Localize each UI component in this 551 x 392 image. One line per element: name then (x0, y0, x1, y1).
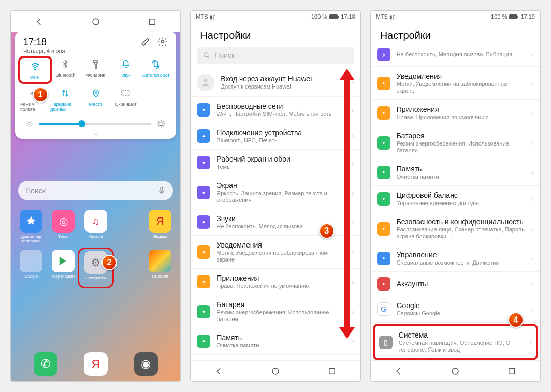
row-5[interactable]: •УведомленияМетки, Уведомления на заблок… (191, 236, 360, 269)
nav-recent[interactable] (507, 367, 516, 376)
app-hidden (112, 210, 144, 243)
nav-home[interactable] (271, 367, 280, 376)
qs-bluetooth-tile[interactable]: Bluetooth (50, 58, 80, 82)
svg-rect-7 (122, 91, 130, 96)
nav-home[interactable] (91, 17, 100, 26)
row-icon: ▯ (379, 336, 393, 349)
nav-back[interactable] (214, 367, 224, 376)
chevron-right-icon: › (531, 305, 534, 313)
svg-rect-10 (161, 187, 163, 191)
app-gallery[interactable]: Галерея (144, 250, 176, 286)
row-icon: • (377, 277, 390, 291)
row-8[interactable]: •ПамятьОчистка памяти› (191, 328, 360, 355)
settings-list[interactable]: Вход через аккаунт Huawei Доступ к серви… (191, 68, 360, 360)
row-0[interactable]: •Беспроводные сетиWi-Fi, Настройки SIM-к… (191, 97, 360, 123)
nav-recent[interactable] (148, 17, 157, 26)
row-icon: • (197, 245, 210, 259)
row-icon: • (377, 77, 390, 90)
svg-rect-14 (338, 16, 339, 18)
chevron-right-icon: › (352, 248, 354, 256)
row-0[interactable]: •УведомленияМетки, Уведомления на заблок… (371, 67, 540, 100)
row-cut-top[interactable]: ♪ Не беспокоить, Мелодия вызова, Вибраци… (371, 47, 540, 67)
row-icon: • (197, 215, 210, 229)
badge-4: 4 (508, 312, 524, 328)
qs-screenshot-tile[interactable]: Скриншот (111, 87, 141, 112)
brightness-low-icon (25, 120, 34, 128)
row-sub: Распознавание лица, Сканер отпечатка, Па… (397, 226, 526, 240)
brightness-slider[interactable] (39, 123, 151, 125)
row-4[interactable]: •Цифровой балансУправление временем дост… (371, 186, 540, 212)
row-sub: Очистка памяти (397, 173, 526, 180)
row-sub: Bluetooth, NFC, Печать (216, 137, 345, 144)
search-icon (203, 52, 210, 59)
qs-time: 17:18 (23, 37, 65, 48)
row-1[interactable]: •ПриложенияПрава, Приложения по умолчани… (371, 100, 540, 126)
nav-recent[interactable] (327, 367, 337, 376)
chevron-right-icon: › (531, 109, 534, 117)
chevron-right-icon: › (531, 168, 534, 177)
app-themes[interactable]: ◎Темы (47, 210, 79, 243)
row-icon: • (197, 186, 210, 199)
svg-rect-18 (329, 368, 335, 374)
settings-search[interactable]: Поиск (197, 47, 354, 64)
panel-handle[interactable]: ⌄ (20, 130, 171, 135)
row-1[interactable]: •Подключение устройстваBluetooth, NFC, П… (191, 123, 360, 150)
chevron-right-icon: › (352, 132, 354, 140)
app-music[interactable]: ♫Музыка (80, 210, 112, 243)
row-title: Уведомления (397, 72, 526, 80)
qs-label: Фонарик (86, 72, 105, 78)
qs-wifi-tile[interactable]: Wi-Fi (18, 56, 52, 84)
nav-back[interactable] (35, 17, 44, 26)
qs-sound-tile[interactable]: Звук (111, 58, 141, 82)
row-sub: Специальные возможности, Движения (397, 259, 526, 266)
brightness-slider-row (20, 112, 171, 130)
row-title: Беспроводные сети (216, 102, 345, 110)
app-phone-manager[interactable]: Диспетчер телефона (15, 210, 47, 243)
mic-icon[interactable] (157, 186, 166, 195)
dock-camera[interactable]: ◉ (134, 352, 158, 376)
nav-home[interactable] (451, 367, 460, 376)
qs-flashlight-tile[interactable]: Фонарик (81, 58, 111, 82)
nav-back[interactable] (394, 367, 403, 376)
carrier-label: MTS (196, 13, 208, 20)
home-search[interactable]: Поиск (18, 181, 173, 200)
row-title: Память (216, 333, 345, 342)
chevron-right-icon: › (529, 338, 532, 346)
row-title: Аккаунты (397, 280, 526, 288)
gear-icon[interactable] (157, 37, 168, 47)
row-2[interactable]: •Рабочий экран и обоиТемы› (191, 150, 360, 176)
screenshot-icon (120, 87, 132, 99)
row-icon: • (197, 129, 210, 143)
row-2[interactable]: •БатареяРежим энергосбережения, Использо… (371, 126, 540, 159)
row-7[interactable]: •Аккаунты› (371, 272, 540, 296)
svg-point-8 (28, 122, 31, 125)
flashlight-icon (90, 58, 102, 70)
dock-phone[interactable]: ✆ (34, 352, 57, 376)
row-icon: • (197, 335, 210, 348)
row-sub: Права, Приложения по умолчанию (216, 283, 345, 289)
qs-data-tile[interactable]: Передача данных (50, 87, 80, 112)
row-icon: • (377, 166, 390, 179)
qs-rotate-tile[interactable]: Автоповорот (141, 58, 171, 82)
row-7[interactable]: •БатареяРежим энергосбережения, Использо… (191, 295, 360, 328)
row-3[interactable]: •ПамятьОчистка памяти› (371, 159, 540, 186)
qs-label: Передача данных (50, 101, 80, 112)
dock-center[interactable]: Я (84, 352, 108, 376)
svg-point-17 (272, 368, 279, 374)
row-sub: Метки, Уведомления на заблокированном эк… (216, 250, 345, 263)
row-4[interactable]: •ЗвукиНе беспокоить, Мелодия вызова› (191, 209, 360, 236)
row-3[interactable]: •ЭкранЯркость, Защита зрения, Размер тек… (191, 176, 360, 209)
battery-pct: 100 % (311, 13, 327, 20)
page-title: Настройки (371, 22, 540, 47)
app-playmarket[interactable]: Play Маркет (47, 250, 79, 286)
row-6[interactable]: •УправлениеСпециальные возможности, Движ… (371, 245, 540, 272)
edit-icon[interactable] (141, 37, 150, 47)
app-google-folder[interactable]: Google (15, 250, 47, 286)
row-6[interactable]: •ПриложенияПрава, Приложения по умолчани… (191, 269, 360, 295)
row-system[interactable]: ▯ Система Системная навигация, Обновлени… (373, 324, 538, 360)
qs-location-tile[interactable]: Место (81, 87, 111, 112)
row-5[interactable]: •Безопасность и конфиденциальностьРаспоз… (371, 212, 540, 245)
app-yandex[interactable]: ЯЯндекс (144, 210, 176, 243)
row-huawei-account[interactable]: Вход через аккаунт Huawei Доступ к серви… (191, 68, 360, 97)
battery-icon (509, 14, 518, 19)
